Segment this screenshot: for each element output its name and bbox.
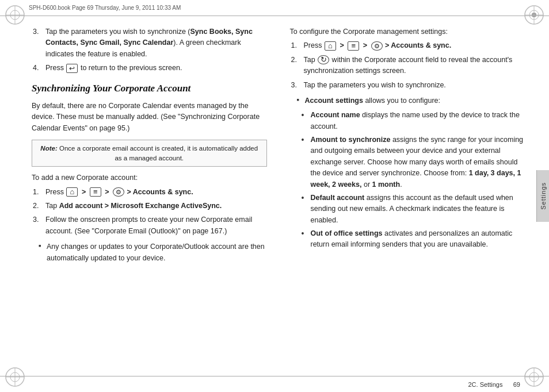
settings-icon xyxy=(113,187,124,197)
config-step-1: 1. Press > > > Accounts & sync. xyxy=(290,40,525,51)
config-bullets: Account settings allows you to configure… xyxy=(290,95,525,106)
add-step-1: 1. Press > > > Accounts & sync. xyxy=(32,187,267,198)
note-box: Note: Once a corporate email account is … xyxy=(32,140,267,167)
add-step-2: 2. Tap Add account > Microsoft Exchange … xyxy=(32,201,267,212)
add-step-3: 3. Follow the onscreen prompts to create… xyxy=(32,214,267,237)
home-icon-r xyxy=(325,41,336,51)
intro-step-3: 3. Tap the parameters you wish to synchr… xyxy=(32,26,267,60)
back-icon xyxy=(66,64,78,73)
right-column: To configure the Corporate management se… xyxy=(279,16,537,376)
sync-icon xyxy=(318,55,329,64)
note-label: Note: xyxy=(40,145,57,152)
add-account-title: To add a new Corporate account: xyxy=(32,172,267,183)
note-text: Once a corporate email account is create… xyxy=(59,145,258,162)
dot-account-name: Account name displays the name used by t… xyxy=(290,110,525,132)
config-step-3: 3. Tap the parameters you wish to synchr… xyxy=(290,80,525,91)
add-step-2-bold: Add account > Microsoft Exchange ActiveS… xyxy=(59,202,222,210)
main-content: 3. Tap the parameters you wish to synchr… xyxy=(0,16,536,376)
footer-chapter: 2C. Settings xyxy=(468,381,502,388)
dot-default-account: Default account assigns this account as … xyxy=(290,193,525,226)
settings-icon-r xyxy=(371,41,383,51)
add-bullet-1: Any changes or updates to your Corporate… xyxy=(32,241,267,264)
header-bar: SPH-D600.book Page 69 Thursday, June 9, … xyxy=(0,0,549,16)
add-bullets: Any changes or updates to your Corporate… xyxy=(32,241,267,264)
add-account-steps: 1. Press > > > Accounts & sync. 2. Tap A… xyxy=(32,187,267,237)
section-title: Synchronizing Your Corporate Account xyxy=(32,81,267,96)
intro-step-4: 4. Press to return to the previous scree… xyxy=(32,63,267,74)
side-tab: Settings xyxy=(536,170,549,222)
menu-icon xyxy=(90,187,101,197)
config-bullet-account: Account settings allows you to configure… xyxy=(290,95,525,106)
footer: 2C. Settings 69 xyxy=(0,376,549,392)
dot-out-of-office: Out of office settings activates and per… xyxy=(290,228,525,251)
account-settings-list: Account name displays the name used by t… xyxy=(290,110,525,251)
configure-title: To configure the Corporate management se… xyxy=(290,26,525,37)
config-step-2: 2. Tap within the Corporate account fiel… xyxy=(290,55,525,77)
configure-steps: 1. Press > > > Accounts & sync. 2. Tap w… xyxy=(290,40,525,91)
dot-amount-sync: Amount to synchronize assigns the sync r… xyxy=(290,134,525,190)
header-text: SPH-D600.book Page 69 Thursday, June 9, … xyxy=(29,5,181,11)
intro-steps-list: 3. Tap the parameters you wish to synchr… xyxy=(32,26,267,74)
menu-icon-r xyxy=(348,41,359,51)
left-column: 3. Tap the parameters you wish to synchr… xyxy=(0,16,279,376)
home-icon xyxy=(66,187,78,197)
section-intro: By default, there are no Corporate Calen… xyxy=(32,101,267,134)
side-tab-label: Settings xyxy=(540,182,547,210)
footer-page: 69 xyxy=(513,381,520,388)
